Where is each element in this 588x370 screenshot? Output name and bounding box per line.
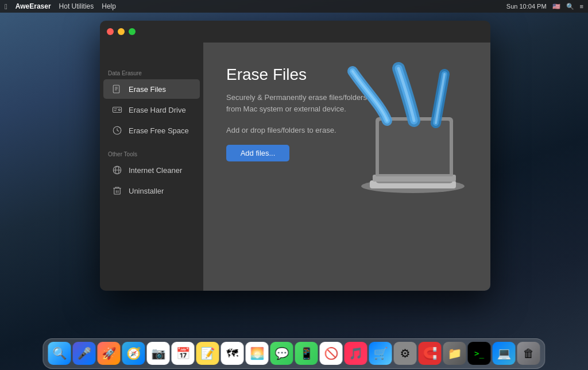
sidebar-item-internet-cleaner[interactable]: Internet Cleaner [103,160,200,180]
menubar-flag: 🇺🇸 [552,3,560,10]
erase-files-label: Erase Files [129,85,166,94]
menu-help[interactable]: Help [102,2,116,10]
maximize-button[interactable] [129,28,136,35]
dock-item-facetime[interactable]: 📱 [295,342,318,365]
dock-item-folder[interactable]: 📁 [443,342,466,365]
erase-free-space-icon [111,125,123,136]
dock-item-aweeraser[interactable]: 💻 [493,342,516,365]
internet-cleaner-icon [111,164,123,176]
section-label-other-tools: Other Tools [100,147,203,160]
dock-item-music[interactable]: 🎵 [345,342,368,365]
uninstaller-label: Uninstaller [129,187,164,195]
menubar:  AweEraser Hot Utilities Help Sun 10:04… [0,0,588,13]
titlebar [100,21,490,43]
sidebar-item-erase-hard-drive[interactable]: Erase Hard Drive [103,100,200,120]
menubar-time: Sun 10:04 PM [506,3,547,10]
dock-item-messages[interactable]: 💬 [270,342,293,365]
dock-item-systemprefs[interactable]: ⚙ [394,342,417,365]
sidebar-item-uninstaller[interactable]: Uninstaller [103,181,200,201]
dock-item-terminal[interactable]: >_ [468,342,491,365]
dock-item-photos[interactable]: 📷 [147,342,170,365]
menubar-left:  AweEraser Hot Utilities Help [5,2,116,11]
sidebar-item-erase-free-space[interactable]: Erase Free Space [103,121,200,140]
dock-item-notes[interactable]: 📝 [196,342,219,365]
svg-point-5 [118,109,120,111]
apple-menu[interactable]:  [5,2,7,11]
window-body: Data Erasure Erase Files [100,43,490,291]
dock-item-siri[interactable]: 🎤 [73,342,96,365]
erase-hard-drive-label: Erase Hard Drive [129,106,186,114]
main-content: Erase Files Securely & Permanently erase… [203,43,490,291]
dock-item-calendar[interactable]: 📅 [172,342,195,365]
dock-item-trash[interactable]: 🗑 [517,342,540,365]
menu-hot-utilities[interactable]: Hot Utilities [59,2,94,10]
add-files-button[interactable]: Add files... [226,145,289,161]
dock-item-appstore[interactable]: 🛒 [369,342,392,365]
erase-files-icon [111,83,123,95]
dock-item-finder[interactable]: 🔍 [48,342,71,365]
dock-item-noentry[interactable]: 🚫 [320,342,343,365]
sidebar: Data Erasure Erase Files [100,43,203,291]
svg-line-10 [117,130,119,132]
app-menu-name[interactable]: AweEraser [16,2,51,10]
desktop:  AweEraser Hot Utilities Help Sun 10:04… [0,0,588,370]
internet-cleaner-label: Internet Cleaner [129,166,182,175]
svg-rect-14 [114,188,121,195]
erase-hard-drive-icon [111,104,123,115]
uninstaller-icon [111,185,123,196]
dock: 🔍 🎤 🚀 🧭 📷 📅 📝 🗺 🌅 [43,338,546,369]
menubar-right: Sun 10:04 PM 🇺🇸 🔍 ≡ [506,3,583,10]
dock-item-maps[interactable]: 🗺 [221,342,244,365]
dock-item-safari[interactable]: 🧭 [122,342,145,365]
dock-item-launchpad[interactable]: 🚀 [98,342,121,365]
laptop-illustration [324,54,485,215]
close-button[interactable] [107,28,114,35]
section-label-data-erasure: Data Erasure [100,65,203,79]
dock-item-magnet[interactable]: 🧲 [419,342,442,365]
minimize-button[interactable] [118,28,125,35]
sidebar-item-erase-files[interactable]: Erase Files [103,79,200,99]
menubar-search[interactable]: 🔍 [566,3,574,10]
svg-rect-0 [113,85,119,93]
svg-rect-22 [376,174,453,176]
dock-item-photos2[interactable]: 🌅 [246,342,269,365]
app-window: Data Erasure Erase Files [100,21,490,291]
menubar-wifi: ≡ [580,3,583,10]
svg-rect-20 [379,121,450,178]
erase-free-space-label: Erase Free Space [129,126,189,135]
